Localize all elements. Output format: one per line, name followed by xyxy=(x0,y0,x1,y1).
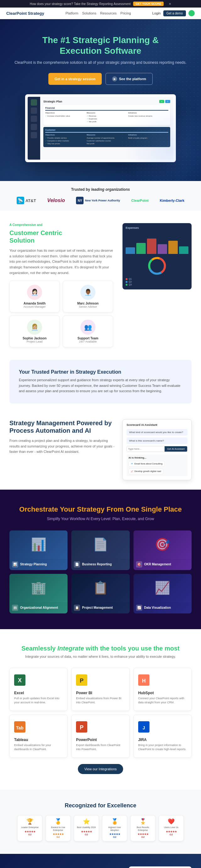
trust-logos: 📡 AT&T Velosio NY New York Power Authori… xyxy=(12,197,189,204)
sidebar-icon-1 xyxy=(31,99,37,105)
bar-1 xyxy=(126,247,135,254)
okr-management-label: 🎯 OKR Management xyxy=(133,559,192,570)
ai-desc: From creating a project plan and draftin… xyxy=(9,438,116,455)
login-link[interactable]: Login xyxy=(152,11,161,15)
award-icon-3: 🏅 xyxy=(105,818,124,825)
nypa-logo-icon: NY xyxy=(76,197,83,204)
chart-legend: Q1 Q2 Q3 xyxy=(126,278,189,286)
team-role-1: Senior Advisor xyxy=(67,305,109,308)
tableau-name: Tableau xyxy=(14,738,63,742)
ai-send-button[interactable]: Get Al Assistant xyxy=(165,446,187,452)
comprehensive-desc: Your organization has its own unique set… xyxy=(9,248,113,276)
feature-card-org[interactable]: 🏢 🏢 Organizational Alignment xyxy=(9,574,68,614)
integrate-card-hubspot: H HubSpot Connect your ClearPoint report… xyxy=(133,668,192,711)
nav-solutions[interactable]: Solutions xyxy=(82,11,96,15)
award-badge-4: 🎖️ Best Results Enterprise ★★★★★ G2 xyxy=(130,815,156,841)
ai-input[interactable] xyxy=(127,446,165,452)
org-alignment-label: 🏢 Organizational Alignment xyxy=(9,602,68,614)
trust-logo-clearpoint: ClearPoint xyxy=(131,198,148,203)
strategy-planning-icon: 📊 xyxy=(31,537,46,552)
award-badge-5: ❤️ Users Love Us ★★★★★ G2 xyxy=(159,815,184,841)
cta-section: Ready to automate your strategy? Schedul… xyxy=(0,854,201,868)
ai-title: Strategy Management Powered by Process A… xyxy=(9,419,116,434)
integrate-grid: X Excel Pull or push updates from Excel … xyxy=(9,668,192,758)
banner-cta[interactable]: GET YOUR SCORE xyxy=(133,2,164,6)
team-role-3: 24/7 Available xyxy=(67,340,109,343)
svg-text:J: J xyxy=(142,725,145,730)
award-score-0: ★★★★★ xyxy=(20,830,40,833)
excel-name: Excel xyxy=(14,691,63,695)
nav-pricing[interactable]: Pricing xyxy=(120,11,131,15)
hero-primary-button[interactable]: Get in a strategy session xyxy=(48,73,102,85)
bar-6 xyxy=(179,246,189,254)
svg-text:X: X xyxy=(18,677,22,684)
trust-logo-nypa: NY New York Power Authority xyxy=(76,197,120,204)
award-icon-0: 🏆 xyxy=(20,818,40,825)
feature-card-strategy[interactable]: 📊 📊 Strategy Planning xyxy=(9,530,68,570)
dataviz-card-icon: 📈 xyxy=(136,604,142,611)
award-score-1: ★★★★★ xyxy=(48,833,68,836)
team-card-3: 👥 Support Team 24/7 Available xyxy=(63,315,113,347)
team-card-0: 👩🏻‍💼 Amanda Smith Account Manager xyxy=(9,281,60,312)
award-badge-2: ⭐ Best Usability 2024 ★★★★★ G2 xyxy=(74,815,99,841)
partner-section: Your Trusted Partner in Strategy Executi… xyxy=(9,360,192,404)
powerpoint-desc: Export dashboards from ClearPoint into P… xyxy=(76,743,125,751)
demo-button[interactable]: Get a demo xyxy=(163,10,186,16)
award-score-5: ★★★★★ xyxy=(161,830,181,833)
integrate-card-jira: J JIRA Bring in your project information… xyxy=(133,715,192,758)
orchestrate-title: Orchestrate Your Strategy From One Singl… xyxy=(9,505,192,514)
integrate-card-tableau: Tab Tableau Embed visualizations for you… xyxy=(9,715,68,758)
trust-logo-velosio: Velosio xyxy=(47,198,65,203)
award-label-4: Best Results Enterprise xyxy=(133,826,153,832)
ai-input-row: Get Al Assistant xyxy=(127,446,188,452)
table-row: ✓ Compete in other markets Customer sati… xyxy=(45,140,168,142)
ai-prompt-2: What is this scorecard's name? xyxy=(127,437,188,444)
ai-prompt-1: What kind of scorecard would you like to… xyxy=(127,429,188,436)
award-org-4: G2 xyxy=(133,836,153,838)
feature-card-okr[interactable]: 🎯 🎯 OKR Management xyxy=(133,530,192,570)
svg-text:P: P xyxy=(80,724,83,731)
trust-logo-att: 📡 AT&T xyxy=(16,197,36,204)
partner-desc: Experience personalized support and guid… xyxy=(19,377,182,394)
integrate-section: Seamlessly Integrate with the tools you … xyxy=(0,629,201,790)
hero-section: The #1 Strategic Planning & Execution So… xyxy=(0,19,201,181)
powerpoint-logo: P xyxy=(76,721,125,735)
sidebar-icon-4 xyxy=(31,124,37,130)
bar-3 xyxy=(147,239,157,254)
table-row: ✓ Increase shareholder value ✓ Revenue C… xyxy=(45,115,168,117)
award-score-3: ★★★★★ xyxy=(105,833,124,836)
view-integrations-button[interactable]: View our Integrations xyxy=(78,764,123,774)
close-icon[interactable]: ✕ xyxy=(169,2,171,6)
play-icon: ▶ xyxy=(112,76,117,82)
strategy-planning-card-icon: 📊 xyxy=(12,561,18,567)
hero-secondary-button[interactable]: ▶ See the platform xyxy=(105,73,153,85)
business-reporting-card-icon: 📄 xyxy=(74,561,80,567)
jira-logo: J xyxy=(138,721,187,735)
team-role-0: Account Manager xyxy=(13,305,56,308)
hero-buttons: Get in a strategy session ▶ See the plat… xyxy=(12,73,189,85)
team-grid: 👩🏻‍💼 Amanda Smith Account Manager 👨🏾‍💼 M… xyxy=(9,281,113,347)
nav-right: Login Get a demo xyxy=(152,10,195,16)
comprehensive-tag: A Comprehensive and xyxy=(9,223,113,226)
org-alignment-image: 🏢 xyxy=(9,574,68,602)
feature-card-dataviz[interactable]: 📈 📈 Data Visualization xyxy=(133,574,192,614)
trust-logo-kimberlyclark: Kimberly-Clark xyxy=(160,198,185,203)
project-mgmt-image: 📋 xyxy=(71,574,129,602)
tableau-logo: Tab xyxy=(14,721,63,735)
feature-card-project[interactable]: 📋 📋 Project Management xyxy=(71,574,129,614)
att-logo-icon: 📡 xyxy=(16,197,24,204)
feature-card-reporting[interactable]: 📄 📄 Business Reporting xyxy=(71,530,129,570)
nav-resources[interactable]: Resources xyxy=(100,11,117,15)
award-score-4: ★★★★★ xyxy=(133,833,153,836)
table-row: ✓ Expenses xyxy=(45,118,168,120)
ai-result-item-0: 📧 Email Nora about Consulting xyxy=(129,461,165,467)
powerbi-desc: Embed visualizations from Power BI into … xyxy=(76,696,125,704)
award-label-0: Leader Enterprise xyxy=(20,826,40,829)
svg-text:P: P xyxy=(80,678,83,684)
ai-mockup: Scorecard AI Assistant What kind of scor… xyxy=(123,419,192,480)
navbar: ClearPoint Strategy Platform Solutions R… xyxy=(0,7,201,19)
nav-platform[interactable]: Platform xyxy=(66,11,78,15)
banner-text: How does your strategy score? Take the S… xyxy=(30,2,131,6)
award-org-2: G2 xyxy=(77,833,96,836)
award-icon-5: ❤️ xyxy=(161,818,181,825)
